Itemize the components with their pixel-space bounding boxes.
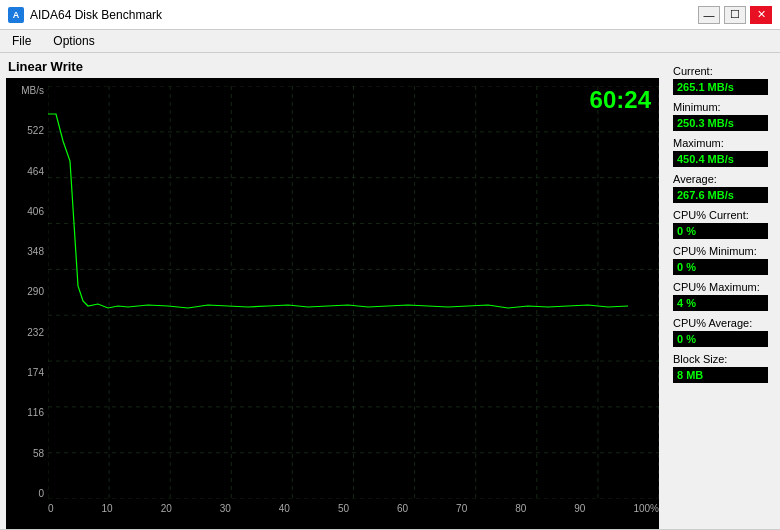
y-axis: MB/s 522 464 406 348 290 232 174 116 58 … xyxy=(6,86,48,499)
main-container: Linear Write MB/s 522 464 406 348 290 23… xyxy=(0,53,780,529)
menu-options[interactable]: Options xyxy=(47,32,100,50)
title-bar-left: A AIDA64 Disk Benchmark xyxy=(8,7,162,23)
cpu-average-label: CPU% Average: xyxy=(673,317,772,329)
cpu-average-value: 0 % xyxy=(673,331,768,347)
y-label-232: 232 xyxy=(27,328,44,338)
cpu-maximum-value: 4 % xyxy=(673,295,768,311)
y-label-464: 464 xyxy=(27,167,44,177)
y-label-0: 0 xyxy=(38,489,44,499)
title-bar-controls: — ☐ ✕ xyxy=(698,6,772,24)
y-label-58: 58 xyxy=(33,449,44,459)
close-button[interactable]: ✕ xyxy=(750,6,772,24)
y-label-290: 290 xyxy=(27,287,44,297)
y-label-mbs: MB/s xyxy=(21,86,44,96)
y-label-406: 406 xyxy=(27,207,44,217)
menu-bar: File Options xyxy=(0,30,780,53)
chart-section: Linear Write MB/s 522 464 406 348 290 23… xyxy=(0,53,665,529)
maximize-button[interactable]: ☐ xyxy=(724,6,746,24)
y-label-116: 116 xyxy=(27,408,44,418)
sidebar: Current: 265.1 MB/s Minimum: 250.3 MB/s … xyxy=(665,53,780,529)
app-icon: A xyxy=(8,7,24,23)
average-value: 267.6 MB/s xyxy=(673,187,768,203)
title-bar: A AIDA64 Disk Benchmark — ☐ ✕ xyxy=(0,0,780,30)
block-size-label: Block Size: xyxy=(673,353,772,365)
x-axis: 0 10 20 30 40 50 60 70 80 90 100% xyxy=(48,499,659,529)
y-label-522: 522 xyxy=(27,126,44,136)
cpu-minimum-value: 0 % xyxy=(673,259,768,275)
maximum-value: 450.4 MB/s xyxy=(673,151,768,167)
maximum-label: Maximum: xyxy=(673,137,772,149)
menu-file[interactable]: File xyxy=(6,32,37,50)
block-size-value: 8 MB xyxy=(673,367,768,383)
cpu-maximum-label: CPU% Maximum: xyxy=(673,281,772,293)
current-value: 265.1 MB/s xyxy=(673,79,768,95)
current-label: Current: xyxy=(673,65,772,77)
chart-title: Linear Write xyxy=(6,59,659,74)
y-label-348: 348 xyxy=(27,247,44,257)
minimum-label: Minimum: xyxy=(673,101,772,113)
cpu-minimum-label: CPU% Minimum: xyxy=(673,245,772,257)
minimum-value: 250.3 MB/s xyxy=(673,115,768,131)
average-label: Average: xyxy=(673,173,772,185)
cpu-current-value: 0 % xyxy=(673,223,768,239)
minimize-button[interactable]: — xyxy=(698,6,720,24)
window-title: AIDA64 Disk Benchmark xyxy=(30,8,162,22)
y-label-174: 174 xyxy=(27,368,44,378)
chart-svg xyxy=(48,86,659,499)
cpu-current-label: CPU% Current: xyxy=(673,209,772,221)
chart-area: MB/s 522 464 406 348 290 232 174 116 58 … xyxy=(6,78,659,529)
